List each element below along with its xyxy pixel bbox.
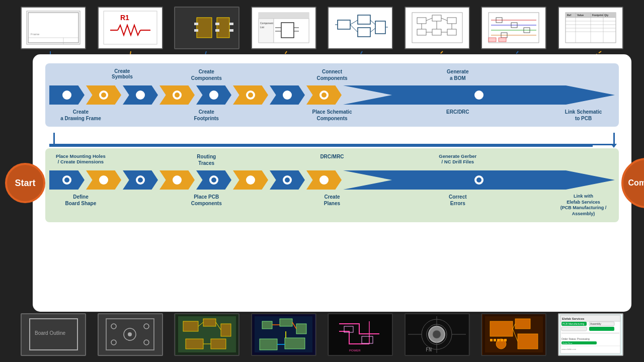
lbl-empty-b3: [363, 109, 426, 122]
b-arrow-step-4-orange: [159, 169, 195, 191]
lbl-empty-b1: [112, 109, 175, 122]
label-routing-traces: RoutingTraces: [175, 153, 238, 166]
svg-rect-117: [183, 321, 198, 331]
label-drcmrc: DRC/MRC: [301, 153, 364, 166]
thumbnail-elefab: Elefab Services PCB Manufacturing Assemb…: [558, 313, 623, 356]
svg-rect-155: [494, 339, 496, 341]
elefab-svg: Elefab Services PCB Manufacturing Assemb…: [559, 314, 622, 355]
bottom-thumbnails-row: Board Outline: [0, 309, 644, 359]
thumbnail-drill: FN: [405, 313, 470, 356]
lbl-empty-4: [489, 68, 552, 81]
thumbnail-schematic: [328, 7, 393, 49]
lbl-empty-ba5: [552, 153, 615, 166]
top-arrows-row: [49, 84, 615, 106]
lbl-empty-bb1: [112, 194, 175, 217]
b-dot-5: [209, 175, 218, 185]
lbl-empty-bb4: [489, 194, 552, 217]
component-svg: Component List: [256, 10, 311, 45]
svg-text:List: List: [260, 26, 264, 29]
svg-text:POWER: POWER: [349, 349, 361, 352]
dot-5: [209, 90, 218, 100]
svg-rect-25: [104, 11, 157, 44]
mid-connector-space: [55, 133, 613, 144]
bottom-workflow-band: Place Mounting Holes/ Create Dimensions …: [45, 148, 619, 222]
arrow-step-5-blue: [196, 84, 231, 106]
svg-rect-36: [229, 23, 233, 25]
arrow-step-9-blue: [343, 84, 615, 106]
thumbnail-pcb-layout: [174, 313, 239, 356]
bottom-arrows-row: [49, 169, 615, 191]
dot-2: [99, 90, 108, 100]
arrow-step-2-orange: [86, 84, 121, 106]
svg-text:Order Status: Processing: Order Status: Processing: [561, 337, 590, 340]
b-arrow-step-8-orange: [306, 169, 342, 191]
dot-1: [62, 90, 71, 100]
label-mounting-holes: Place Mounting Holes/ Create Dimensions: [49, 153, 112, 166]
lbl-empty-5: [552, 68, 615, 81]
top-below-labels: Createa Drawing Frame CreateFootprints P…: [49, 109, 615, 122]
label-place-schematic: Place SchematicComponents: [301, 109, 364, 122]
dot-4: [173, 90, 182, 100]
bom-svg: Ref Value Footprint Qty: [563, 10, 618, 45]
mid-connector-h-bottom: [49, 145, 593, 147]
svg-rect-31: [217, 18, 229, 38]
svg-text:Elefab Services: Elefab Services: [562, 317, 585, 320]
arrow-step-3-blue: [123, 84, 158, 106]
svg-text:Frame: Frame: [31, 33, 40, 36]
svg-text:Board Outline: Board Outline: [35, 330, 66, 336]
svg-rect-169: [561, 333, 619, 333]
svg-text:www.elefab.com: www.elefab.com: [561, 348, 577, 350]
b-dot-8: [319, 175, 329, 185]
svg-rect-62: [412, 13, 462, 43]
lbl-empty-ba2: [238, 153, 301, 166]
svg-rect-152: [518, 334, 538, 349]
svg-point-114: [128, 332, 132, 336]
lbl-empty-ba1: [112, 153, 175, 166]
full-schematic-svg: [410, 10, 465, 45]
top-thumbnails-row: Frame R1: [0, 3, 644, 53]
svg-text:Value: Value: [577, 14, 584, 17]
svg-rect-166: [589, 327, 614, 331]
arrow-step-6-orange: [233, 84, 268, 106]
bottom-below-labels: DefineBoard Shape Place PCBComponents Cr…: [49, 194, 615, 217]
thumbnail-blank-frame: Frame: [21, 7, 86, 49]
b-dot-4: [173, 175, 182, 185]
thumbnail-pcb-routed: [251, 313, 316, 356]
svg-rect-30: [197, 18, 212, 38]
pcb-routed-svg: [252, 314, 315, 355]
b-arrow-step-5-blue: [196, 169, 231, 191]
svg-text:Ref: Ref: [567, 14, 571, 17]
svg-text:Footprint: Footprint: [592, 14, 603, 17]
label-create-planes: CreatePlanes: [301, 194, 364, 217]
svg-rect-121: [211, 339, 226, 349]
bottom-above-labels: Place Mounting Holes/ Create Dimensions …: [49, 153, 615, 166]
thumbnail-pcb-traces: POWER: [328, 313, 393, 356]
lbl-empty-ba4: [489, 153, 552, 166]
dot-7: [283, 90, 292, 100]
svg-rect-20: [28, 13, 78, 43]
thumbnail-resistor-symbol: R1: [98, 7, 163, 49]
top-workflow-band: CreateComponents ConnectComponents Gener…: [45, 63, 619, 127]
gerber-svg: [482, 314, 545, 355]
label-generate-gerber: Generate Gerber/ NC Drill Files: [426, 153, 489, 166]
complete-circle: Complete: [621, 158, 644, 208]
b-arrow-step-1-blue: [49, 169, 85, 191]
board-outline-svg: Board Outline: [22, 314, 85, 355]
svg-rect-151: [515, 319, 530, 329]
b-dot-7: [283, 175, 292, 185]
label-generate-bom: Generatea BOM: [426, 68, 489, 81]
schematic-svg: [333, 10, 388, 45]
dot-9: [474, 90, 484, 100]
connector-arrow: [611, 144, 617, 148]
label-correct-errors: CorrectErrors: [426, 194, 489, 217]
svg-rect-157: [501, 339, 503, 341]
dot-3: [136, 90, 145, 100]
thumbnail-footprint-editor: [174, 7, 239, 49]
complex-svg: ERR: [486, 10, 541, 45]
svg-text:Component: Component: [260, 22, 273, 25]
pcb-traces-svg: POWER: [329, 314, 392, 355]
b-arrow-step-6-orange: [233, 169, 268, 191]
arrow-step-1-blue: [49, 84, 85, 106]
thumbnail-full-schematic: [405, 7, 470, 49]
svg-rect-118: [203, 319, 216, 326]
